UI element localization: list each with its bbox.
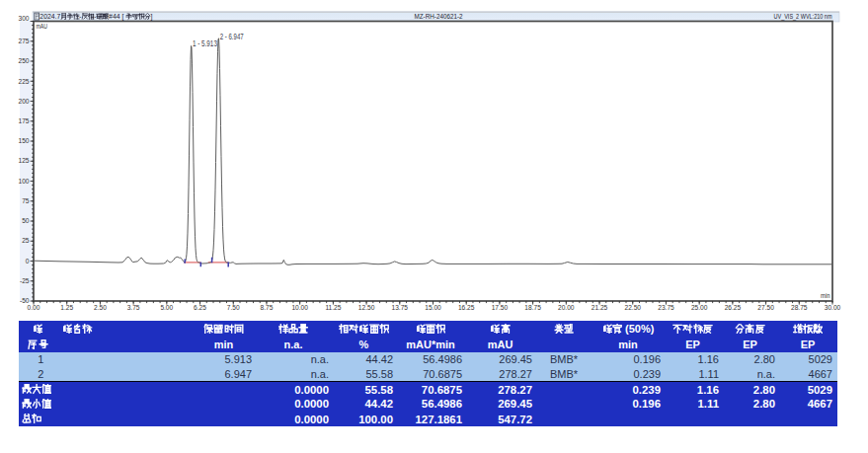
svg-text:10.00: 10.00 [291,304,308,311]
svg-text:]: ] [151,13,153,21]
svg-text:100: 100 [18,178,29,185]
svg-text:2.50: 2.50 [94,304,107,311]
svg-text:-: - [79,13,81,20]
svg-text:125: 125 [18,157,29,164]
svg-text:5.00: 5.00 [160,304,173,311]
svg-text:18.75: 18.75 [524,304,541,311]
svg-text:3.75: 3.75 [127,304,140,311]
svg-text:21.25: 21.25 [592,304,608,311]
svg-text:250: 250 [18,57,29,64]
svg-text:min: min [821,291,830,300]
svg-text:16.25: 16.25 [458,304,475,311]
svg-text:13.75: 13.75 [392,304,409,311]
svg-text:8.75: 8.75 [261,304,274,311]
svg-text:26.25: 26.25 [725,304,742,311]
svg-text:300: 300 [18,15,29,22]
svg-text:0: 0 [26,258,30,264]
svg-text:1.25: 1.25 [60,304,73,311]
svg-text:225: 225 [18,78,29,85]
svg-text:1 - 5.913: 1 - 5.913 [193,38,217,48]
svg-text:27.50: 27.50 [757,304,774,311]
svg-text:11.25: 11.25 [325,304,341,311]
svg-text:6.25: 6.25 [194,304,206,311]
svg-text:7.50: 7.50 [227,304,240,311]
svg-text:2 - 6.947: 2 - 6.947 [220,32,244,41]
svg-text:0.00: 0.00 [28,304,40,311]
svg-text:mAU: mAU [37,22,48,31]
svg-text:30.00: 30.00 [825,304,841,311]
svg-text:50: 50 [22,217,30,224]
svg-text:25.00: 25.00 [691,304,708,311]
svg-text:15.00: 15.00 [425,304,441,311]
svg-text:175: 175 [18,117,29,124]
svg-text:28.75: 28.75 [791,304,808,311]
svg-text:22.50: 22.50 [625,304,642,311]
svg-text:25: 25 [22,237,30,244]
svg-text:23.75: 23.75 [658,304,674,311]
svg-text:200: 200 [18,98,29,105]
svg-text:275: 275 [18,38,29,44]
svg-text:150: 150 [18,137,29,144]
svg-text:12.50: 12.50 [358,304,375,311]
svg-text:2024.7: 2024.7 [39,13,60,20]
svg-text:UV_VIS_2 WVL:210 nm: UV_VIS_2 WVL:210 nm [774,13,832,21]
svg-text:-: - [94,13,96,20]
svg-text:#44 [: #44 [ [109,13,123,21]
svg-text:17.50: 17.50 [492,304,509,311]
svg-text:75: 75 [22,197,30,204]
svg-text:20.00: 20.00 [558,304,575,311]
svg-text:-25: -25 [20,277,30,284]
svg-text:MZ-RH-240621-2: MZ-RH-240621-2 [415,13,463,20]
